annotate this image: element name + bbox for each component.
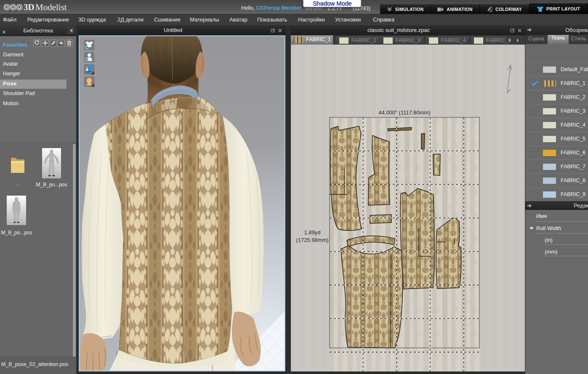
svg-text:Modelist: Modelist [35, 2, 67, 12]
svg-text:1.89yd: 1.89yd [304, 229, 320, 236]
svg-text:(1725.98mm): (1725.98mm) [296, 237, 328, 243]
svg-text:3D: 3D [24, 2, 35, 12]
svg-text:44.000" (1117.60mm): 44.000" (1117.60mm) [378, 109, 430, 116]
